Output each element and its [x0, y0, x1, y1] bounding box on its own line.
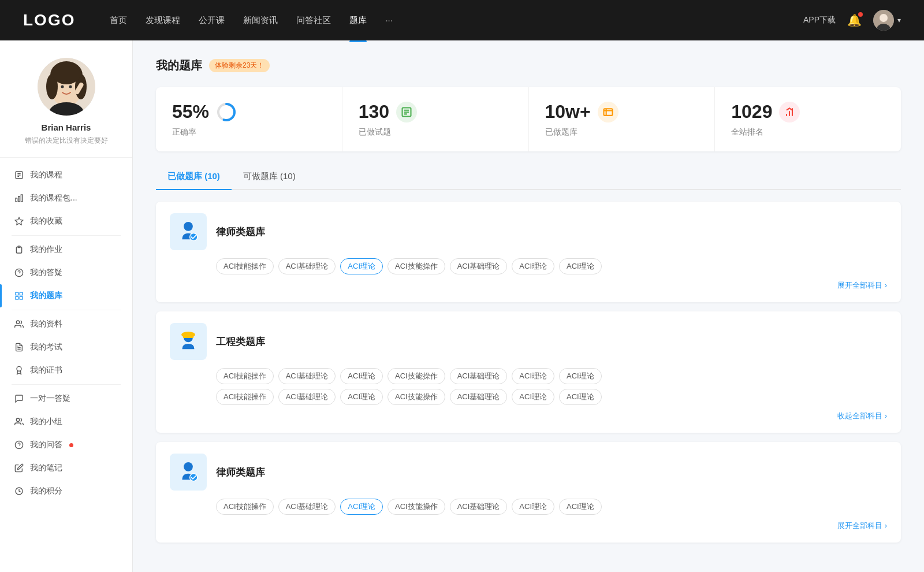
sidebar-label-certificates: 我的证书	[30, 365, 62, 376]
stat-accuracy-label: 正确率	[172, 127, 326, 138]
nav-qa[interactable]: 问答社区	[296, 13, 331, 28]
sidebar-label-homework: 我的作业	[30, 244, 62, 255]
nav-news[interactable]: 新闻资讯	[243, 13, 278, 28]
qbank-title-2: 工程类题库	[216, 335, 265, 348]
qbank-tag[interactable]: ACI技能操作	[388, 368, 445, 384]
star-icon	[14, 216, 24, 226]
qbank-tag[interactable]: ACI基础理论	[278, 368, 336, 384]
svg-rect-19	[18, 196, 20, 202]
stat-done-banks: 10w+ 已做题库	[529, 87, 716, 151]
qbank-tag[interactable]: ACI理论	[512, 389, 554, 405]
qbank-tag[interactable]: ACI理论	[559, 389, 602, 405]
svg-point-33	[16, 418, 19, 421]
stat-done-questions-label: 已做试题	[359, 127, 512, 138]
stat-done-questions: 130 已做试题	[342, 87, 529, 151]
sidebar-item-courses[interactable]: 我的课程	[0, 164, 132, 187]
qbank-tag[interactable]: ACI理论	[559, 368, 602, 384]
lawyer-icon-2	[170, 454, 207, 491]
stat-done-banks-top: 10w+	[545, 101, 699, 122]
qbank-footer-1: 展开全部科目 ›	[170, 280, 887, 291]
qbank-tag[interactable]: ACI技能操作	[388, 499, 445, 515]
sidebar-item-oneone[interactable]: 一对一答疑	[0, 387, 132, 410]
tabs-row: 已做题库 (10) 可做题库 (10)	[156, 165, 901, 190]
sidebar-item-qbank[interactable]: 我的题库	[0, 284, 132, 307]
qbank-tag[interactable]: ACI技能操作	[216, 258, 274, 274]
svg-marker-21	[15, 217, 23, 225]
qbank-footer-2: 收起全部科目 ›	[170, 411, 887, 421]
qbank-tag[interactable]: ACI基础理论	[450, 258, 508, 274]
sidebar-item-packages[interactable]: 我的课程包...	[0, 187, 132, 210]
qbank-tags-2-row1: ACI技能操作 ACI基础理论 ACI理论 ACI技能操作 ACI基础理论 AC…	[216, 368, 887, 384]
qbank-tag[interactable]: ACI技能操作	[388, 258, 445, 274]
qbank-tags-1: ACI技能操作 ACI基础理论 ACI理论 ACI技能操作 ACI基础理论 AC…	[216, 258, 887, 274]
qbank-tag-selected[interactable]: ACI理论	[340, 499, 383, 515]
qbank-tag[interactable]: ACI理论	[512, 368, 554, 384]
qbank-tag[interactable]: ACI理论	[559, 258, 602, 274]
sidebar-item-certificates[interactable]: 我的证书	[0, 359, 132, 382]
nav-links: 首页 发现课程 公开课 新闻资讯 问答社区 题库 ···	[110, 13, 780, 28]
qbank-title-3: 律师类题库	[216, 466, 265, 479]
nav-qbank[interactable]: 题库	[349, 13, 367, 28]
users-icon	[14, 319, 24, 329]
stats-row: 55% 正确率 130	[156, 87, 901, 151]
qbank-tag[interactable]: ACI技能操作	[216, 389, 274, 405]
qbank-tag[interactable]: ACI理论	[340, 389, 383, 405]
qbank-tag-selected[interactable]: ACI理论	[340, 258, 383, 274]
stat-rank-top: 1029	[731, 101, 885, 122]
stat-accuracy-top: 55%	[172, 101, 326, 122]
expand-button-1[interactable]: 展开全部科目 ›	[837, 280, 887, 291]
notification-bell[interactable]: 🔔	[847, 13, 862, 27]
expand-button-3[interactable]: 展开全部科目 ›	[837, 521, 887, 531]
qbank-footer-3: 展开全部科目 ›	[170, 521, 887, 531]
sidebar-item-favorites[interactable]: 我的收藏	[0, 210, 132, 233]
sidebar-label-qa: 我的答疑	[30, 268, 62, 278]
nav-discover[interactable]: 发现课程	[146, 13, 180, 28]
sidebar-item-homework[interactable]: 我的作业	[0, 238, 132, 261]
qbank-tag[interactable]: ACI技能操作	[216, 368, 274, 384]
nav-open-course[interactable]: 公开课	[199, 13, 225, 28]
user-avatar-menu[interactable]: ▾	[873, 10, 901, 31]
qbank-tag[interactable]: ACI理论	[512, 258, 554, 274]
sidebar-label-profile-info: 我的资料	[30, 319, 62, 329]
svg-rect-26	[20, 292, 23, 295]
users-group-icon	[14, 417, 24, 427]
qbank-card-lawyer-1: 律师类题库 ACI技能操作 ACI基础理论 ACI理论 ACI技能操作 ACI基…	[156, 202, 901, 302]
stat-done-questions-top: 130	[359, 101, 512, 122]
sidebar-item-profile-info[interactable]: 我的资料	[0, 313, 132, 336]
stat-done-banks-label: 已做题库	[545, 127, 699, 138]
nav-more[interactable]: ···	[385, 13, 393, 28]
sidebar-divider-1	[12, 235, 121, 236]
sidebar-label-exams: 我的考试	[30, 342, 62, 352]
nav-home[interactable]: 首页	[110, 13, 127, 28]
svg-rect-27	[16, 296, 18, 299]
svg-rect-18	[16, 198, 17, 202]
tab-done[interactable]: 已做题库 (10)	[156, 165, 232, 189]
sidebar-item-exams[interactable]: 我的考试	[0, 336, 132, 359]
qbank-tag[interactable]: ACI理论	[512, 499, 554, 515]
qbank-tag[interactable]: ACI理论	[559, 499, 602, 515]
svg-rect-25	[16, 292, 18, 295]
qbank-tag[interactable]: ACI基础理论	[450, 368, 508, 384]
grid-icon	[14, 291, 24, 301]
qbank-tag[interactable]: ACI技能操作	[388, 389, 445, 405]
qbank-tag[interactable]: ACI基础理论	[278, 389, 336, 405]
qbank-tag[interactable]: ACI基础理论	[450, 389, 508, 405]
app-download-button[interactable]: APP下载	[803, 15, 836, 25]
qbank-tag[interactable]: ACI基础理论	[450, 499, 508, 515]
qbank-tag[interactable]: ACI基础理论	[278, 258, 336, 274]
qbank-tag[interactable]: ACI基础理论	[278, 499, 336, 515]
sidebar-label-qbank: 我的题库	[30, 291, 62, 301]
collapse-button[interactable]: 收起全部科目 ›	[837, 411, 887, 421]
qbank-tag[interactable]: ACI理论	[340, 368, 383, 384]
sidebar-item-my-questions[interactable]: 我的问答	[0, 433, 132, 456]
sidebar-item-group[interactable]: 我的小组	[0, 410, 132, 433]
sidebar-item-points[interactable]: 我的积分	[0, 480, 132, 503]
navbar-avatar	[873, 10, 894, 31]
qbank-tag[interactable]: ACI技能操作	[216, 499, 274, 515]
tab-todo[interactable]: 可做题库 (10)	[232, 165, 307, 189]
profile-name: Brian Harris	[42, 122, 91, 132]
list-green-icon	[396, 102, 417, 122]
sidebar-item-notes[interactable]: 我的笔记	[0, 456, 132, 480]
sidebar-item-qa[interactable]: 我的答疑	[0, 261, 132, 284]
profile-motto: 错误的决定比没有决定要好	[25, 136, 108, 146]
